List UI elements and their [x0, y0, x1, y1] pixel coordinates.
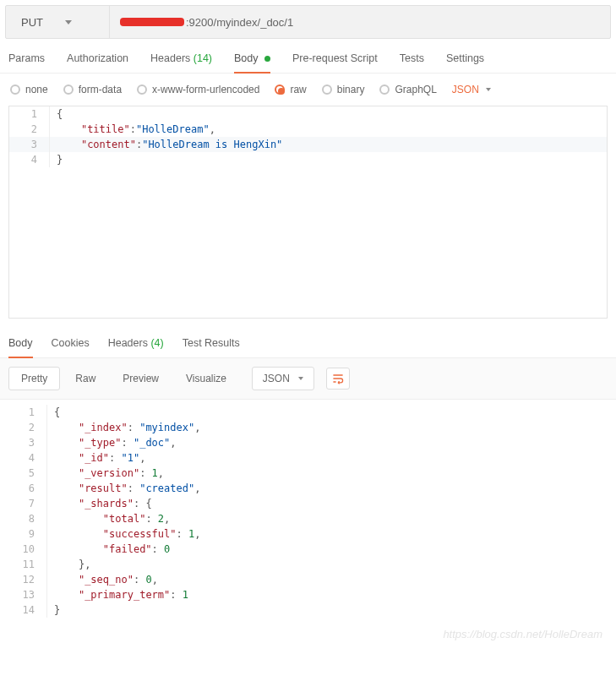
response-tabs: Body Cookies Headers (4) Test Results [0, 327, 616, 358]
gutter: 10 [8, 542, 47, 557]
res-tab-headers[interactable]: Headers (4) [108, 337, 164, 357]
res-tab-test-results[interactable]: Test Results [183, 337, 240, 357]
res-tab-headers-count: (4) [150, 337, 163, 349]
tab-settings[interactable]: Settings [446, 52, 484, 73]
code-line: "titile":"HolleDream", [50, 122, 215, 137]
gutter: 1 [9, 106, 50, 122]
view-visualize-button[interactable]: Visualize [174, 368, 238, 390]
code-line: } [47, 602, 60, 618]
code-line: "_id": "1", [47, 450, 145, 466]
code-line: { [50, 106, 63, 122]
tab-tests[interactable]: Tests [400, 52, 424, 73]
wrap-lines-button[interactable] [326, 368, 350, 390]
gutter: 3 [8, 435, 47, 450]
url-bar: PUT :9200/myindex/_doc/1 [5, 5, 611, 39]
code-line: } [50, 152, 63, 167]
res-tab-body[interactable]: Body [8, 337, 33, 357]
view-raw-button[interactable]: Raw [63, 368, 107, 390]
method-select[interactable]: PUT [6, 6, 110, 38]
gutter: 11 [8, 557, 47, 572]
request-tabs: Params Authorization Headers (14) Body P… [0, 39, 616, 74]
radio-label: form-data [79, 84, 122, 95]
gutter: 7 [8, 496, 47, 511]
code-line: "total": 2, [47, 511, 170, 526]
dot-indicator-icon [264, 56, 270, 62]
gutter: 13 [8, 587, 47, 602]
gutter: 1 [8, 405, 47, 420]
tab-headers-label: Headers [150, 52, 190, 64]
code-line: "_version": 1, [47, 466, 164, 481]
tab-headers[interactable]: Headers (14) [150, 52, 212, 73]
radio-label: GraphQL [395, 84, 436, 95]
radio-label: none [25, 84, 48, 95]
gutter: 2 [9, 122, 50, 137]
wrap-icon [331, 372, 345, 385]
response-type-label: JSON [263, 373, 290, 384]
gutter: 5 [8, 466, 47, 481]
view-pretty-button[interactable]: Pretty [8, 367, 60, 390]
code-line: "_shards": { [47, 496, 152, 511]
radio-icon [379, 84, 390, 95]
view-preview-button[interactable]: Preview [111, 368, 171, 390]
code-line: { [47, 405, 60, 420]
gutter: 14 [8, 602, 47, 618]
gutter: 12 [8, 572, 47, 587]
radio-icon [275, 84, 285, 95]
url-input[interactable]: :9200/myindex/_doc/1 [110, 16, 610, 29]
body-type-row: none form-data x-www-form-urlencoded raw… [0, 74, 616, 106]
chevron-down-icon [65, 20, 72, 25]
radio-icon [10, 84, 20, 95]
tab-body-label: Body [234, 52, 259, 64]
code-line: "result": "created", [47, 481, 200, 496]
request-body-editor[interactable]: 1 { 2 "titile":"HolleDream", 3 "content"… [8, 106, 608, 319]
tab-prerequest[interactable]: Pre-request Script [292, 52, 378, 73]
response-body-editor[interactable]: 1{ 2 "_index": "myindex", 3 "_type": "_d… [8, 405, 608, 618]
gutter: 8 [8, 511, 47, 526]
method-value: PUT [21, 16, 43, 29]
res-tab-cookies[interactable]: Cookies [52, 337, 90, 357]
body-format-label: JSON [452, 84, 479, 95]
tab-authorization[interactable]: Authorization [67, 52, 128, 73]
radio-graphql[interactable]: GraphQL [379, 84, 436, 95]
code-line: "successful": 1, [47, 526, 200, 542]
res-tab-headers-label: Headers [108, 337, 148, 349]
tab-body[interactable]: Body [234, 52, 270, 73]
watermark: https://blog.csdn.net/HolleDream [0, 624, 616, 649]
chevron-down-icon [298, 377, 303, 380]
gutter: 3 [9, 137, 50, 152]
code-line: "_primary_term": 1 [47, 587, 188, 602]
url-suffix: :9200/myindex/_doc/1 [186, 16, 293, 29]
body-format-select[interactable]: JSON [452, 84, 491, 95]
tab-params[interactable]: Params [8, 52, 45, 73]
tab-headers-count: (14) [194, 52, 212, 64]
gutter: 9 [8, 526, 47, 542]
gutter: 4 [9, 152, 50, 167]
gutter: 6 [8, 481, 47, 496]
radio-label: binary [337, 84, 365, 95]
code-line: "content":"HolleDream is HengXin" [50, 137, 282, 152]
radio-icon [137, 84, 147, 95]
code-line: "_index": "myindex", [47, 420, 200, 435]
radio-form-data[interactable]: form-data [63, 84, 122, 95]
code-line: "failed": 0 [47, 542, 170, 557]
radio-raw[interactable]: raw [275, 84, 306, 95]
chevron-down-icon [486, 88, 491, 91]
radio-icon [322, 84, 332, 95]
radio-binary[interactable]: binary [322, 84, 365, 95]
code-line: "_seq_no": 0, [47, 572, 158, 587]
radio-urlencoded[interactable]: x-www-form-urlencoded [137, 84, 259, 95]
gutter: 2 [8, 420, 47, 435]
redacted-host [120, 18, 184, 26]
code-line: }, [47, 557, 90, 572]
radio-label: raw [290, 84, 306, 95]
gutter: 4 [8, 450, 47, 466]
radio-none[interactable]: none [10, 84, 48, 95]
response-type-select[interactable]: JSON [252, 367, 314, 390]
radio-icon [63, 84, 74, 95]
radio-label: x-www-form-urlencoded [152, 84, 259, 95]
code-line: "_type": "_doc", [47, 435, 177, 450]
response-toolbar: Pretty Raw Preview Visualize JSON [0, 358, 616, 400]
